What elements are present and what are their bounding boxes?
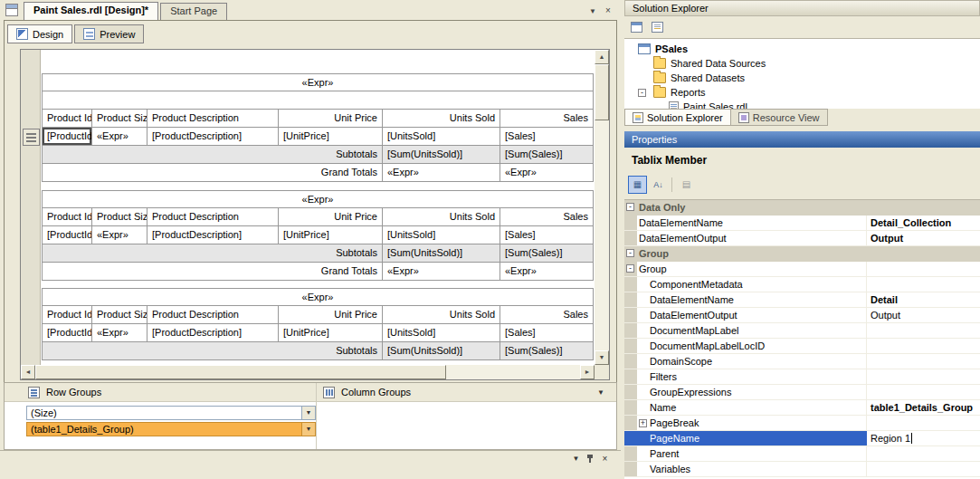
document-tab[interactable]: Paint Sales.rdl [Design]* <box>24 2 158 20</box>
property-value-cell[interactable] <box>867 323 980 338</box>
detail-cell[interactable]: [ProductDescription] <box>147 226 279 244</box>
property-value-cell[interactable] <box>867 200 980 215</box>
designer-tab-design[interactable]: Design <box>7 24 72 43</box>
column-header-cell[interactable]: Units Sold <box>383 208 500 226</box>
property-name-cell[interactable]: DataElementOutput <box>637 231 867 245</box>
subtotals-value-cell[interactable]: [Sum(UnitsSold)] <box>383 342 500 360</box>
group-header-cell[interactable]: «Expr» <box>42 190 594 208</box>
property-name-cell[interactable]: DocumentMapLabel <box>637 323 867 338</box>
subtotals-value-cell[interactable]: [Sum(Sales)] <box>500 342 594 360</box>
property-name-cell[interactable]: Name <box>637 400 867 415</box>
property-value-cell[interactable]: Region 1 <box>867 431 980 445</box>
column-header-cell[interactable]: Sales <box>500 208 594 226</box>
grand-totals-value-cell[interactable]: «Expr» <box>500 263 594 281</box>
properties-title-bar[interactable]: Properties <box>624 131 980 148</box>
subtotals-value-cell[interactable]: [Sum(Sales)] <box>500 146 594 164</box>
column-header-cell[interactable]: Product Id <box>42 110 92 128</box>
tree-item[interactable]: Shared Data Sources <box>624 56 980 71</box>
detail-cell[interactable]: [Sales] <box>500 226 594 244</box>
detail-cell[interactable]: «Expr» <box>92 226 147 244</box>
detail-cell[interactable]: [ProductDescription] <box>147 324 279 342</box>
column-header-cell[interactable]: Product Description <box>147 110 279 128</box>
column-header-cell[interactable]: Sales <box>500 306 594 324</box>
dock-close-icon[interactable]: × <box>599 454 611 465</box>
property-name-cell[interactable]: Data Only <box>637 200 867 215</box>
property-name-cell[interactable]: Group <box>637 262 867 276</box>
property-value-cell[interactable]: Detail <box>867 292 980 307</box>
tree-item[interactable]: Paint Sales.rdl <box>624 100 980 109</box>
column-header-cell[interactable]: Product Description <box>147 306 279 324</box>
scroll-right-icon[interactable]: ► <box>580 365 595 379</box>
property-name-cell[interactable]: Group <box>637 246 867 261</box>
detail-cell[interactable]: [UnitPrice] <box>279 128 383 146</box>
detail-cell[interactable]: [UnitsSold] <box>383 128 500 146</box>
scroll-up-icon[interactable]: ▲ <box>595 50 609 64</box>
property-value-cell[interactable]: Output <box>867 308 980 322</box>
column-header-cell[interactable]: Product Description <box>147 208 279 226</box>
category-expander-icon[interactable]: - <box>626 264 634 273</box>
design-canvas[interactable]: «Expr»Product IdProduct SizeProduct Desc… <box>42 50 595 365</box>
tree-item[interactable]: -Reports <box>624 85 980 100</box>
property-name-cell[interactable]: Parent <box>637 446 867 461</box>
column-header-cell[interactable]: Units Sold <box>383 110 500 128</box>
column-header-cell[interactable]: Product Size <box>92 110 147 128</box>
property-value-cell[interactable] <box>867 446 980 461</box>
detail-cell[interactable]: [ProductId] <box>42 128 92 146</box>
show-all-files-icon[interactable] <box>649 18 667 36</box>
dock-menu-chevron-icon[interactable]: ▼ <box>570 454 582 465</box>
grouping-pane-menu-icon[interactable]: ▼ <box>595 387 607 398</box>
property-value-cell[interactable] <box>867 462 980 476</box>
column-header-cell[interactable]: Product Id <box>42 208 92 226</box>
tab-list-dropdown-icon[interactable]: ▼ <box>586 5 599 17</box>
property-name-cell[interactable]: +PageBreak <box>637 416 867 430</box>
subtotals-value-cell[interactable]: [Sum(Sales)] <box>500 244 594 263</box>
auto-hide-pin-icon[interactable] <box>585 454 596 465</box>
detail-cell[interactable]: «Expr» <box>92 324 147 342</box>
dropdown-icon[interactable]: ▼ <box>301 407 315 419</box>
property-name-cell[interactable]: ComponentMetadata <box>637 277 867 292</box>
tree-item[interactable]: Shared Datasets <box>624 71 980 85</box>
dropdown-icon[interactable]: ▼ <box>301 423 315 436</box>
detail-cell[interactable]: [UnitsSold] <box>383 324 500 342</box>
property-name-cell[interactable]: Filters <box>637 369 867 384</box>
spacer-cell[interactable] <box>42 91 594 110</box>
property-expander-icon[interactable]: + <box>639 419 647 427</box>
property-value-cell[interactable] <box>867 416 980 430</box>
properties-window-icon[interactable] <box>628 18 646 36</box>
property-name-cell[interactable]: Variables <box>637 462 867 476</box>
property-value-cell[interactable] <box>867 339 980 353</box>
panel-tab[interactable]: Resource View <box>731 109 828 126</box>
scroll-left-icon[interactable]: ◄ <box>21 365 35 379</box>
vertical-scrollbar[interactable]: ▲ ▼ <box>595 50 609 365</box>
column-header-cell[interactable]: Units Sold <box>383 306 500 324</box>
property-name-cell[interactable]: DataElementOutput <box>637 308 867 322</box>
grand-totals-value-cell[interactable]: «Expr» <box>500 164 594 182</box>
panel-tab[interactable]: Solution Explorer <box>624 109 731 126</box>
detail-cell[interactable]: [ProductId] <box>42 226 92 244</box>
detail-cell[interactable]: «Expr» <box>92 128 147 146</box>
horizontal-scrollbar-thumb[interactable] <box>35 365 446 379</box>
subtotals-label-cell[interactable]: Subtotals <box>42 146 383 164</box>
row-handle[interactable] <box>23 129 40 146</box>
grand-totals-value-cell[interactable]: «Expr» <box>383 164 500 182</box>
detail-cell[interactable]: [ProductDescription] <box>147 128 279 146</box>
detail-cell[interactable]: [Sales] <box>500 324 594 342</box>
detail-cell[interactable]: [UnitPrice] <box>279 226 383 244</box>
subtotals-label-cell[interactable]: Subtotals <box>42 342 383 360</box>
column-header-cell[interactable]: Product Id <box>42 306 92 324</box>
group-header-cell[interactable]: «Expr» <box>42 288 594 306</box>
close-document-icon[interactable]: × <box>602 5 614 16</box>
detail-cell[interactable]: [ProductId] <box>42 324 92 342</box>
property-value-cell[interactable]: Detail_Collection <box>867 216 980 230</box>
property-value-cell[interactable] <box>867 262 980 276</box>
designer-tab-preview[interactable]: Preview <box>74 24 144 43</box>
subtotals-value-cell[interactable]: [Sum(UnitsSold)] <box>383 146 500 164</box>
scroll-down-icon[interactable]: ▼ <box>595 350 609 365</box>
detail-cell[interactable]: [UnitsSold] <box>383 226 500 244</box>
property-value-cell[interactable]: Output <box>867 231 980 245</box>
detail-cell[interactable]: [UnitPrice] <box>279 324 383 342</box>
property-name-cell[interactable]: PageName <box>637 431 867 445</box>
property-name-cell[interactable]: DataElementName <box>637 292 867 307</box>
category-expander-icon[interactable]: - <box>626 203 634 211</box>
subtotals-value-cell[interactable]: [Sum(UnitsSold)] <box>383 244 500 263</box>
